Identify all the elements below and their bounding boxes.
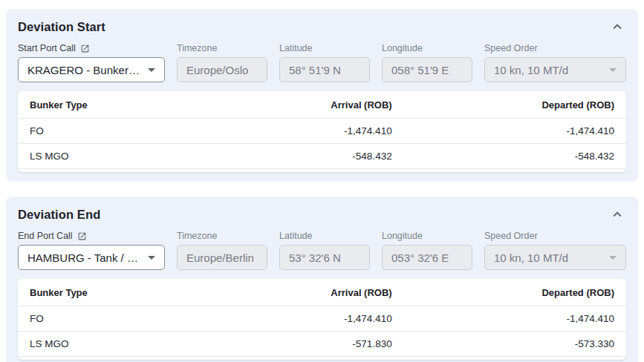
deviation-end-panel: Deviation End End Port Call HAMBURG - Ta… <box>6 197 638 362</box>
deviation-start-panel: Deviation Start Start Port Call KRAGERO … <box>6 9 638 182</box>
bunker-table: Bunker Type Arrival (ROB) Departed (ROB)… <box>18 279 626 360</box>
port-call-field: End Port Call HAMBURG - Tank / Hol… <box>18 230 165 270</box>
departed-cell: -1,474.410 <box>404 313 614 324</box>
longitude-input: 053° 32'6 E <box>382 245 472 270</box>
caret-down-icon <box>609 68 617 72</box>
table-row: FO -1,474.410 -1,474.410 <box>18 119 626 144</box>
speed-order-field: Speed Order 10 kn, 10 MT/d <box>484 42 626 82</box>
caret-down-icon <box>148 256 155 260</box>
timezone-label: Timezone <box>177 230 267 242</box>
table-header-row: Bunker Type Arrival (ROB) Departed (ROB) <box>18 91 626 119</box>
collapse-button[interactable] <box>608 205 626 223</box>
departed-cell: -573.330 <box>404 338 614 349</box>
deviation-page: Deviation Start Start Port Call KRAGERO … <box>0 0 644 362</box>
timezone-input: Europe/Oslo <box>177 57 267 82</box>
bunker-type-cell: FO <box>30 313 252 324</box>
external-link-icon[interactable] <box>77 231 87 241</box>
port-call-label: End Port Call <box>18 230 165 242</box>
col-arrival-rob: Arrival (ROB) <box>252 287 404 298</box>
speed-order-select: 10 kn, 10 MT/d <box>484 245 626 270</box>
longitude-field: Longitude 058° 51'9 E <box>382 42 472 82</box>
arrival-cell: -1,474.410 <box>252 313 404 324</box>
longitude-value: 053° 32'6 E <box>391 251 449 264</box>
col-bunker-type: Bunker Type <box>30 287 252 298</box>
timezone-field: Timezone Europe/Berlin <box>177 230 267 270</box>
latitude-label: Latitude <box>279 230 370 242</box>
panel-title: Deviation Start <box>18 20 105 34</box>
caret-down-icon <box>148 68 155 72</box>
chevron-up-icon <box>609 19 625 35</box>
speed-order-value: 10 kn, 10 MT/d <box>494 64 568 76</box>
departed-cell: -548.432 <box>404 151 614 162</box>
chevron-up-icon <box>609 206 625 223</box>
port-call-select[interactable]: HAMBURG - Tank / Hol… <box>18 245 165 270</box>
bunker-type-cell: LS MGO <box>30 338 252 349</box>
latitude-input: 53° 32'6 N <box>279 245 370 270</box>
table-row: FO -1,474.410 -1,474.410 <box>18 306 626 332</box>
table-row: LS MGO -548.432 -548.432 <box>18 144 626 169</box>
col-departed-rob: Departed (ROB) <box>404 99 614 111</box>
caret-down-icon <box>609 256 617 260</box>
latitude-label: Latitude <box>279 42 370 54</box>
latitude-field: Latitude 58° 51'9 N <box>279 42 370 82</box>
table-header-row: Bunker Type Arrival (ROB) Departed (ROB) <box>18 279 626 306</box>
port-call-field: Start Port Call KRAGERO - Bunkering -… <box>18 42 165 82</box>
speed-order-label: Speed Order <box>484 42 626 54</box>
port-call-value: HAMBURG - Tank / Hol… <box>27 251 142 264</box>
table-row: LS MGO -571.830 -573.330 <box>18 332 626 357</box>
arrival-cell: -571.830 <box>252 338 404 349</box>
timezone-value: Europe/Berlin <box>186 251 254 264</box>
longitude-value: 058° 51'9 E <box>391 64 449 76</box>
port-call-label-text: End Port Call <box>18 231 73 241</box>
latitude-field: Latitude 53° 32'6 N <box>279 230 370 270</box>
col-bunker-type: Bunker Type <box>30 99 252 111</box>
speed-order-value: 10 kn, 10 MT/d <box>494 251 568 264</box>
bunker-type-cell: FO <box>30 125 252 136</box>
arrival-cell: -548.432 <box>252 151 404 162</box>
panel-title: Deviation End <box>18 208 100 222</box>
port-call-select[interactable]: KRAGERO - Bunkering -… <box>18 57 165 82</box>
longitude-field: Longitude 053° 32'6 E <box>382 230 472 270</box>
col-departed-rob: Departed (ROB) <box>404 287 614 298</box>
panel-header: Deviation Start <box>18 18 626 36</box>
timezone-input: Europe/Berlin <box>177 245 267 270</box>
bunker-table: Bunker Type Arrival (ROB) Departed (ROB)… <box>18 91 626 172</box>
bunker-type-cell: LS MGO <box>30 151 252 162</box>
timezone-field: Timezone Europe/Oslo <box>177 42 267 82</box>
latitude-value: 58° 51'9 N <box>289 64 341 76</box>
timezone-label: Timezone <box>177 42 267 54</box>
latitude-input: 58° 51'9 N <box>279 57 370 82</box>
field-row: End Port Call HAMBURG - Tank / Hol… Time… <box>18 230 626 270</box>
speed-order-select: 10 kn, 10 MT/d <box>484 57 626 82</box>
speed-order-label: Speed Order <box>484 230 626 242</box>
speed-order-field: Speed Order 10 kn, 10 MT/d <box>484 230 626 270</box>
longitude-label: Longitude <box>382 42 472 54</box>
departed-cell: -1,474.410 <box>404 125 614 136</box>
port-call-label-text: Start Port Call <box>18 43 76 53</box>
port-call-value: KRAGERO - Bunkering -… <box>27 64 142 76</box>
longitude-input: 058° 51'9 E <box>382 57 472 82</box>
longitude-label: Longitude <box>382 230 472 242</box>
col-arrival-rob: Arrival (ROB) <box>252 99 404 111</box>
port-call-label: Start Port Call <box>18 42 165 54</box>
field-row: Start Port Call KRAGERO - Bunkering -… T… <box>18 42 626 82</box>
timezone-value: Europe/Oslo <box>186 64 248 76</box>
arrival-cell: -1,474.410 <box>252 125 404 136</box>
panel-header: Deviation End <box>18 205 626 223</box>
latitude-value: 53° 32'6 N <box>289 251 341 264</box>
external-link-icon[interactable] <box>80 44 90 53</box>
collapse-button[interactable] <box>608 18 626 36</box>
